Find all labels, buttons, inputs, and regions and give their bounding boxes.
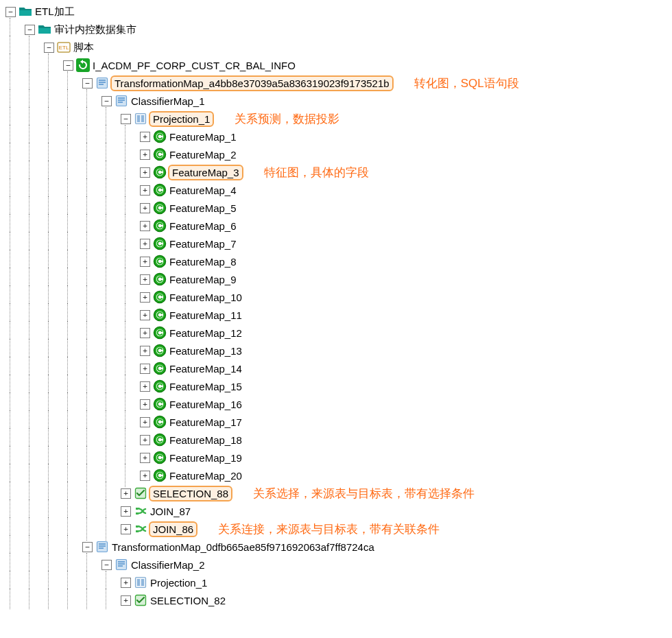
node-featuremap-8[interactable]: FeatureMap_8 [168,256,238,268]
feature-c-icon [153,255,167,268]
node-featuremap-16[interactable]: FeatureMap_16 [168,399,243,410]
feature-c-icon [153,433,167,447]
feature-c-icon [153,415,167,429]
feature-c-icon [153,290,167,304]
node-featuremap-13[interactable]: FeatureMap_13 [168,345,243,357]
node-acdm-toggle[interactable] [63,60,73,71]
map-icon [115,94,128,108]
node-featuremap-12-toggle[interactable] [140,328,150,338]
node-featuremap-9[interactable]: FeatureMap_9 [168,274,238,285]
node-join-87-toggle[interactable] [121,506,131,517]
node-market[interactable]: 审计内控数据集市 [53,23,138,36]
node-etl-toggle[interactable] [5,7,16,17]
feature-c-icon [153,379,167,393]
node-featuremap-3-annotation: 特征图，具体的字段 [264,165,369,180]
node-featuremap-16-toggle[interactable] [140,399,150,410]
node-featuremap-1-toggle[interactable] [140,132,150,142]
node-tmap2-toggle[interactable] [82,542,93,552]
node-proj1-toggle[interactable] [121,114,131,124]
join-icon [134,522,147,536]
map-icon [95,540,109,554]
node-featuremap-2-toggle[interactable] [140,150,150,160]
node-featuremap-5-toggle[interactable] [140,203,150,213]
node-featuremap-7[interactable]: FeatureMap_7 [168,238,238,250]
node-featuremap-3-toggle[interactable] [140,167,150,178]
node-tmap2[interactable]: TransformationMap_0dfb665ae85f971692063a… [110,541,376,553]
node-cmap1[interactable]: ClassifierMap_1 [130,95,206,107]
feature-c-icon [153,183,167,197]
node-etl[interactable]: ETL加工 [34,5,76,19]
node-featuremap-6[interactable]: FeatureMap_6 [168,220,238,232]
node-tmap1-annotation: 转化图，SQL语句段 [414,75,519,91]
node-selection-88[interactable]: SELECTION_88 [149,486,232,501]
node-featuremap-15-toggle[interactable] [140,381,150,392]
node-featuremap-13-toggle[interactable] [140,346,150,356]
node-featuremap-18-toggle[interactable] [140,435,150,445]
feature-c-icon [153,201,167,215]
node-selection-82-toggle[interactable] [121,595,131,606]
feature-c-icon [153,165,167,179]
feature-c-icon [153,308,167,322]
node-featuremap-2[interactable]: FeatureMap_2 [168,149,238,161]
node-acdm[interactable]: I_ACDM_PF_CORP_CUST_CR_BAL_INFO [91,60,297,71]
node-featuremap-4[interactable]: FeatureMap_4 [168,185,238,196]
node-proj1[interactable]: Projection_1 [149,111,214,127]
node-tmap1-toggle[interactable] [82,78,93,88]
etl-script-icon [57,40,71,54]
node-selection-82[interactable]: SELECTION_82 [149,595,227,606]
node-join-86[interactable]: JOIN_86 [149,521,197,537]
feature-c-icon [153,147,167,161]
node-join-86-annotation: 关系连接，来源表与目标表，带有关联条件 [218,521,440,537]
refresh-icon [76,58,90,72]
node-script[interactable]: 脚本 [72,41,95,54]
node-featuremap-17[interactable]: FeatureMap_17 [168,416,243,428]
node-proj1-annotation: 关系预测，数据投影 [235,111,339,127]
node-featuremap-9-toggle[interactable] [140,274,150,285]
node-featuremap-20-toggle[interactable] [140,471,150,481]
node-selection-88-toggle[interactable] [121,488,131,499]
node-featuremap-19-toggle[interactable] [140,453,150,463]
node-featuremap-19[interactable]: FeatureMap_19 [168,452,243,464]
node-tmap1[interactable]: TransformationMap_a4bb8e37039a5a83631902… [110,75,394,91]
node-featuremap-17-toggle[interactable] [140,417,150,427]
node-cmap1-toggle[interactable] [101,96,112,106]
feature-c-icon [153,130,167,143]
node-featuremap-11[interactable]: FeatureMap_11 [168,309,243,321]
node-featuremap-3[interactable]: FeatureMap_3 [168,165,243,180]
node-featuremap-10-toggle[interactable] [140,292,150,303]
node-featuremap-8-toggle[interactable] [140,257,150,267]
node-featuremap-4-toggle[interactable] [140,185,150,196]
map-icon [115,558,128,571]
node-proj2[interactable]: Projection_1 [149,577,208,589]
feature-c-icon [153,344,167,357]
feature-c-icon [153,451,167,464]
node-join-86-toggle[interactable] [121,524,131,534]
node-featuremap-11-toggle[interactable] [140,310,150,320]
node-cmap2-toggle[interactable] [101,560,112,570]
join-icon [134,504,147,518]
feature-c-icon [153,469,167,482]
node-proj2-toggle[interactable] [121,578,131,588]
feature-c-icon [153,397,167,411]
node-featuremap-14-toggle[interactable] [140,364,150,374]
node-cmap2[interactable]: ClassifierMap_2 [130,559,206,571]
node-featuremap-1[interactable]: FeatureMap_1 [168,131,238,143]
node-market-toggle[interactable] [25,25,35,35]
node-featuremap-20[interactable]: FeatureMap_20 [168,470,243,482]
node-script-toggle[interactable] [44,43,54,53]
node-featuremap-5[interactable]: FeatureMap_5 [168,202,238,214]
node-featuremap-7-toggle[interactable] [140,239,150,249]
node-featuremap-18[interactable]: FeatureMap_18 [168,434,243,446]
folder-icon [38,23,51,36]
map-icon [95,76,109,90]
node-featuremap-15[interactable]: FeatureMap_15 [168,381,243,392]
node-join-87[interactable]: JOIN_87 [149,506,192,517]
node-featuremap-12[interactable]: FeatureMap_12 [168,327,243,339]
node-featuremap-10[interactable]: FeatureMap_10 [168,292,243,303]
projection-icon [134,112,147,126]
folder-icon [19,5,32,19]
feature-c-icon [153,237,167,250]
node-featuremap-14[interactable]: FeatureMap_14 [168,363,243,375]
node-featuremap-6-toggle[interactable] [140,221,150,231]
node-selection-88-annotation: 关系选择，来源表与目标表，带有选择条件 [253,486,475,501]
